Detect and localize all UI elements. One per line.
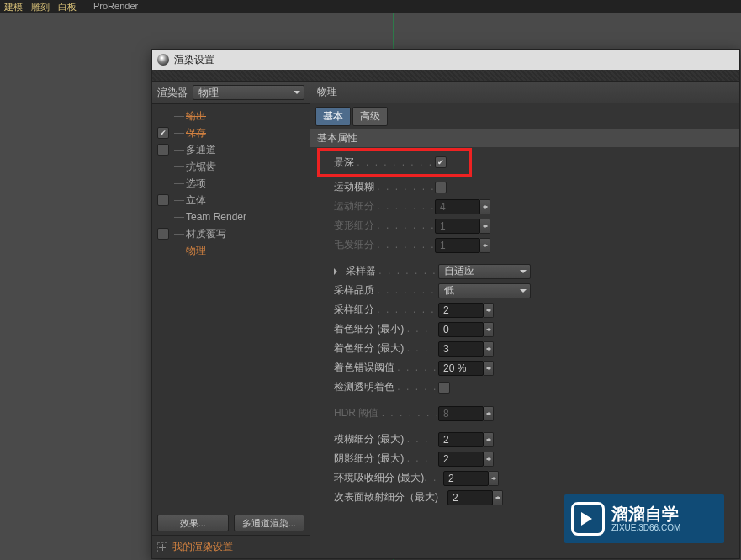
prop-samp-sub: 采样细分 . . . . . . . . .2 [334,300,733,320]
shade-max-input[interactable]: 3 [438,341,484,357]
grip-bar[interactable] [152,70,739,82]
group-basic-props: 基本属性 [310,129,739,147]
property-list: 景深 . . . . . . . . . . . . 运动模糊 . . . . … [310,147,739,510]
prop-deform-sub: 变形细分 . . . . . . . . . 1 [334,216,733,235]
app-icon [157,54,169,66]
render-settings-dialog: 渲染设置 渲染器 物理 —输出 —保存 —多通道 —抗锯齿 —选项 —立体 —T… [151,49,740,559]
menu-item[interactable]: ProRender [93,1,138,13]
prop-detect: 检测透明着色 . . . . . [334,378,733,397]
prop-shade-err: 着色错误阈值 . . . . .20 % [334,358,733,378]
ao-max-input[interactable]: 2 [443,471,489,486]
menu-item[interactable]: 白板 [58,1,77,13]
spinner[interactable] [484,406,494,421]
prop-shadow-max: 阴影细分 (最大) . . .2 [334,449,733,468]
hdr-input[interactable]: 8 [438,406,484,421]
dof-checkbox[interactable] [435,156,447,168]
watermark-url: ZIXUE.3D66.COM [611,522,680,533]
opt-override[interactable]: —材质覆写 [152,225,310,242]
shade-err-input[interactable]: 20 % [438,361,484,376]
dialog-title: 渲染设置 [174,53,214,67]
menu-item[interactable]: 雕刻 [31,1,50,13]
motion-sub-input[interactable]: 4 [435,199,480,214]
opt-stereo[interactable]: —立体 [152,192,310,209]
spinner[interactable] [480,219,490,234]
sss-max-input[interactable]: 2 [447,490,493,505]
spinner[interactable] [480,199,490,214]
checkbox[interactable] [157,144,169,156]
prop-motion-blur: 运动模糊 . . . . . . . . . [334,177,733,197]
prop-sampler: 采样器 . . . . . . . . . 自适应 [334,262,733,281]
play-icon [571,502,605,536]
tab-basic[interactable]: 基本 [315,107,351,126]
shade-min-input[interactable]: 0 [438,322,484,337]
tab-advanced[interactable]: 高级 [352,107,388,126]
watermark-title: 溜溜自学 [611,505,680,522]
spinner[interactable] [484,303,494,318]
opt-teamrender[interactable]: —Team Render [152,209,310,225]
prop-shade-min: 着色细分 (最小) . . .0 [334,320,733,339]
my-render-settings[interactable]: 我的渲染设置 [152,535,310,558]
opt-options[interactable]: —选项 [152,175,310,192]
prop-shade-max: 着色细分 (最大) . . .3 [334,339,733,358]
spinner[interactable] [484,432,494,447]
spinner[interactable] [480,238,490,253]
quality-combo[interactable]: 低 [438,283,531,298]
watermark: 溜溜自学 ZIXUE.3D66.COM [564,494,724,543]
opt-save[interactable]: —保存 [152,124,310,141]
spinner[interactable] [489,471,499,486]
spinner[interactable] [484,361,494,376]
prop-dof: 景深 . . . . . . . . . . . . [334,155,724,170]
detect-checkbox[interactable] [438,382,450,394]
prop-hdr: HDR 阈值 . . . . . . . . .8 [334,404,733,423]
disclosure-triangle-icon[interactable] [334,266,342,277]
sampler-combo[interactable]: 自适应 [438,264,531,279]
right-panel: 物理 基本 高级 基本属性 景深 . . . . . . . . . . . .… [310,82,739,558]
spinner[interactable] [493,490,503,505]
prop-hair-sub: 毛发细分 . . . . . . . . . 1 [334,235,733,255]
multipass-render-button[interactable]: 多通道渲染... [234,515,305,531]
shadow-max-input[interactable]: 2 [438,452,484,467]
prop-motion-sub: 运动细分 . . . . . . . . . 4 [334,197,733,216]
opt-antialias[interactable]: —抗锯齿 [152,158,310,175]
renderer-label: 渲染器 [157,86,188,100]
spinner[interactable] [484,322,494,337]
panel-title: 物理 [310,82,739,103]
left-panel: 渲染器 物理 —输出 —保存 —多通道 —抗锯齿 —选项 —立体 —Team R… [152,82,310,558]
prop-ao-max: 环境吸收细分 (最大). .2 [334,468,733,488]
renderer-combo[interactable]: 物理 [193,85,304,100]
spinner[interactable] [484,341,494,357]
renderer-row: 渲染器 物理 [152,82,310,104]
samp-sub-input[interactable]: 2 [438,303,484,318]
hair-sub-input[interactable]: 1 [435,238,480,253]
motion-blur-checkbox[interactable] [435,182,447,193]
opt-physical[interactable]: —物理 [152,242,310,259]
opt-multipass[interactable]: —多通道 [152,141,310,158]
prop-quality: 采样品质 . . . . . . . . . 低 [334,281,733,300]
prop-blur-max: 模糊细分 (最大) . . .2 [334,430,733,449]
spinner[interactable] [484,452,494,467]
tab-bar: 基本 高级 [310,103,739,129]
checkbox[interactable] [157,194,169,206]
blur-max-input[interactable]: 2 [438,432,484,447]
effects-button[interactable]: 效果... [157,515,229,531]
checkbox[interactable] [157,127,169,139]
checkbox[interactable] [157,228,169,240]
deform-sub-input[interactable]: 1 [435,219,480,234]
titlebar[interactable]: 渲染设置 [152,50,739,70]
top-menu-bar: 建模 雕刻 白板 ProRender [0,0,741,13]
opt-output[interactable]: —输出 [152,108,310,124]
menu-item[interactable]: 建模 [4,1,23,13]
expand-icon[interactable] [157,542,167,552]
option-list: —输出 —保存 —多通道 —抗锯齿 —选项 —立体 —Team Render —… [152,104,310,511]
